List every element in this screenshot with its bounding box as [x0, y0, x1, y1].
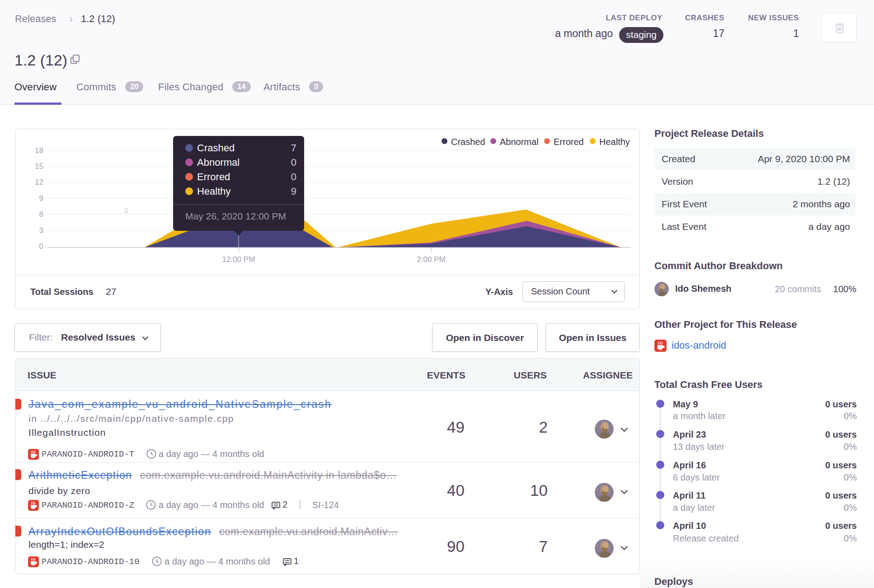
svg-text:12: 12 [35, 178, 43, 187]
svg-text:0: 0 [124, 207, 128, 215]
svg-text:15: 15 [35, 162, 43, 171]
svg-text:12:00 PM: 12:00 PM [222, 255, 255, 264]
svg-text:6: 6 [39, 210, 43, 219]
svg-text:3: 3 [39, 226, 43, 235]
svg-text:0: 0 [39, 242, 43, 251]
svg-text:2:00 PM: 2:00 PM [417, 255, 445, 264]
svg-text:18: 18 [35, 146, 43, 155]
svg-text:9: 9 [39, 194, 43, 203]
